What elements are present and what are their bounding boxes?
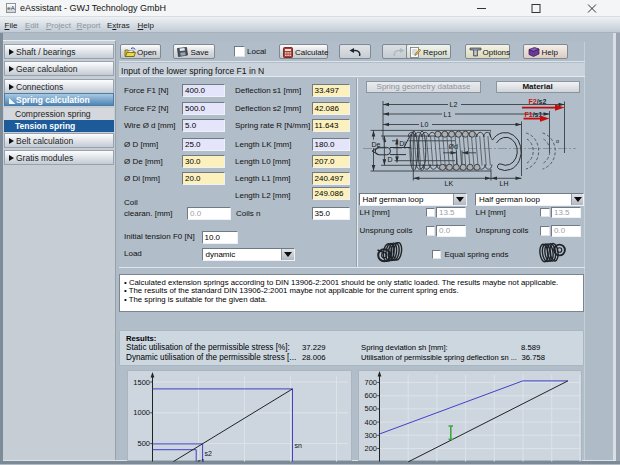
svg-text:L0: L0 bbox=[421, 121, 429, 128]
svg-text:500: 500 bbox=[137, 439, 150, 448]
svg-text:300: 300 bbox=[364, 430, 377, 439]
svg-text:LK: LK bbox=[445, 180, 454, 187]
svg-text:400: 400 bbox=[364, 417, 377, 426]
svg-text:700: 700 bbox=[364, 378, 377, 387]
svg-text:500: 500 bbox=[364, 404, 377, 413]
svg-text:LH: LH bbox=[500, 180, 509, 187]
svg-text:Ød: Ød bbox=[449, 143, 458, 150]
svg-text:s2: s2 bbox=[205, 449, 213, 456]
svg-text:F2/s2: F2/s2 bbox=[529, 98, 547, 105]
svg-text:Di: Di bbox=[399, 140, 406, 147]
svg-text:F1/s1: F1/s1 bbox=[525, 111, 543, 118]
svg-text:L2: L2 bbox=[450, 101, 458, 108]
svg-text:s1: s1 bbox=[198, 457, 206, 462]
svg-text:D: D bbox=[388, 156, 393, 163]
svg-text:1500: 1500 bbox=[133, 377, 150, 386]
svg-text:600: 600 bbox=[364, 391, 377, 400]
svg-text:sn: sn bbox=[295, 441, 303, 448]
svg-text:o: o bbox=[556, 138, 559, 144]
svg-text:L1: L1 bbox=[444, 111, 452, 118]
svg-text:1000: 1000 bbox=[133, 408, 150, 417]
svg-text:200: 200 bbox=[364, 444, 377, 453]
